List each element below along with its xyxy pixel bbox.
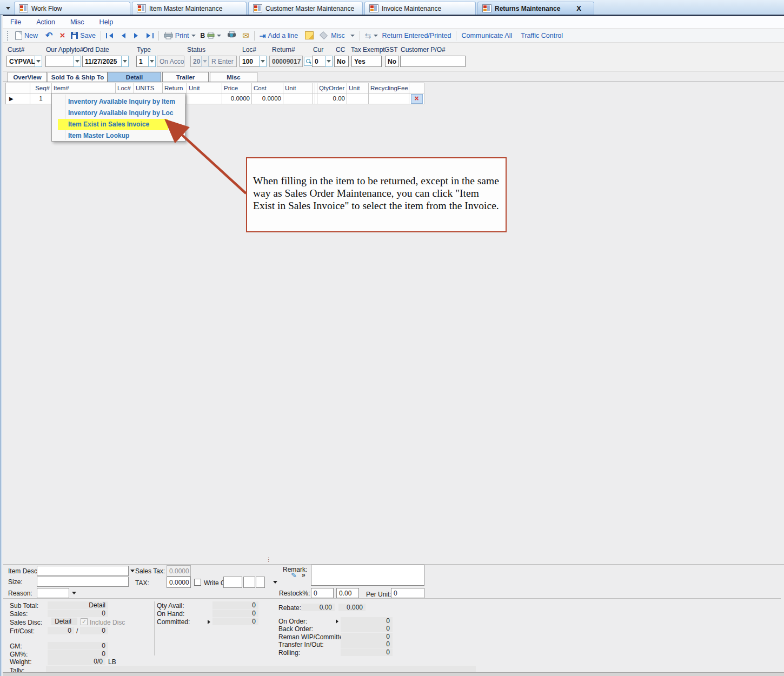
tab-list-dropdown-button[interactable]: [3, 3, 13, 14]
delete-icon[interactable]: ×: [59, 31, 65, 39]
applyto-input[interactable]: [45, 56, 74, 67]
write-off-input-3[interactable]: [256, 577, 265, 588]
col-header-price[interactable]: Price: [222, 83, 252, 93]
first-record-button[interactable]: [106, 33, 113, 38]
col-header-unit[interactable]: Unit: [187, 83, 222, 93]
tax-exempt-input[interactable]: Yes: [351, 56, 382, 67]
email-icon[interactable]: ✉: [242, 32, 249, 39]
applyto-combo-button[interactable]: [74, 56, 81, 67]
close-icon[interactable]: X: [576, 4, 581, 12]
undo-icon[interactable]: ↶: [45, 32, 52, 39]
view-tab-overview[interactable]: OverView: [8, 72, 47, 82]
type-combo-button[interactable]: [148, 56, 156, 67]
restock-amt-input[interactable]: 0.00: [336, 588, 359, 598]
restock-pct-input[interactable]: 0: [311, 588, 334, 598]
cell-unit[interactable]: [187, 93, 222, 104]
cust-combo-button[interactable]: [35, 56, 42, 67]
gst-input[interactable]: No: [385, 56, 399, 67]
col-header-cost[interactable]: Cost: [252, 83, 283, 93]
menu-item-inventory-available-by-item[interactable]: Inventory Available Inquiry by Item: [68, 96, 175, 108]
view-tab-sold-to-ship-to[interactable]: Sold To & Ship To: [48, 72, 108, 82]
tab-work-flow[interactable]: Work Flow: [14, 2, 130, 15]
fax-button[interactable]: [227, 31, 236, 40]
per-unit-input[interactable]: 0: [391, 588, 424, 598]
reason-input[interactable]: [37, 588, 69, 598]
menu-file[interactable]: File: [3, 18, 29, 26]
menu-item-item-exist-in-sales-invoice[interactable]: Item Exist in Sales Invoice: [68, 119, 149, 130]
print-button[interactable]: Print: [164, 32, 196, 39]
drilldown-arrow-icon[interactable]: [336, 619, 341, 624]
cust-input[interactable]: CYPVAL: [6, 56, 35, 67]
tab-invoice-maintenance[interactable]: Invoice Maintenance: [364, 2, 476, 15]
menu-action[interactable]: Action: [29, 18, 63, 26]
splitter-grip-icon[interactable]: ⋮: [266, 557, 271, 563]
col-header-item[interactable]: Item#: [52, 83, 116, 93]
view-tab-detail[interactable]: Detail: [108, 72, 161, 82]
misc-button[interactable]: Misc: [320, 32, 355, 39]
menu-item-item-master-lookup[interactable]: Item Master Lookup: [68, 130, 129, 142]
loc-combo-button[interactable]: [259, 56, 267, 67]
remark-textarea[interactable]: [311, 565, 424, 586]
col-header-loc[interactable]: Loc#: [116, 83, 134, 93]
customer-po-input[interactable]: [400, 56, 466, 67]
col-header-return[interactable]: Return: [163, 83, 187, 93]
expand-chevrons-icon[interactable]: »: [302, 571, 305, 579]
cell-unit2[interactable]: [283, 93, 313, 104]
cur-input[interactable]: 0: [312, 56, 325, 67]
tab-item-master-maintenance[interactable]: Item Master Maintenance: [132, 2, 247, 15]
dropdown-caret-icon[interactable]: [72, 592, 76, 597]
col-header-qtyorder[interactable]: QtyOrder: [317, 83, 347, 93]
dropdown-caret-icon[interactable]: [130, 570, 135, 574]
menu-misc[interactable]: Misc: [63, 18, 92, 26]
cell-seq[interactable]: 1: [30, 93, 52, 104]
sync-button[interactable]: ⇆: [365, 31, 378, 40]
tax-input[interactable]: 0.0000: [167, 577, 191, 588]
return-entered-printed-button[interactable]: Return Entered/Printed: [382, 32, 451, 39]
sales-disc-detail-button[interactable]: Detail: [51, 618, 77, 625]
include-disc-checkbox[interactable]: ✓: [81, 618, 88, 625]
batch-print-button[interactable]: B: [201, 32, 222, 39]
cell-qtyorder[interactable]: 0.00: [317, 93, 347, 104]
view-tab-trailer[interactable]: Trailer: [162, 72, 209, 82]
new-button[interactable]: New: [15, 31, 38, 40]
size-input[interactable]: [37, 577, 129, 587]
sales-label: Sales:: [10, 610, 28, 618]
toolbar: New ↶ × Save Print B ✉ ⇥ Add a: [3, 29, 784, 43]
return-lookup-button[interactable]: [304, 57, 313, 66]
add-line-button[interactable]: ⇥ Add a line: [260, 31, 298, 40]
loc-input[interactable]: 100: [240, 56, 260, 67]
view-tab-misc[interactable]: Misc: [210, 72, 257, 82]
menu-help[interactable]: Help: [92, 18, 121, 26]
cell-unit3[interactable]: [347, 93, 369, 104]
tab-returns-maintenance[interactable]: Returns Maintenance X: [477, 2, 594, 15]
dropdown-caret-icon[interactable]: [273, 581, 277, 586]
delete-row-button[interactable]: ×: [411, 94, 423, 104]
cell-recyclingfee[interactable]: [369, 93, 409, 104]
save-button[interactable]: Save: [71, 32, 96, 39]
cell-price[interactable]: 0.0000: [222, 93, 252, 104]
ord-date-input[interactable]: 11/27/2025: [82, 56, 122, 67]
note-icon[interactable]: [305, 31, 314, 39]
edit-pencil-icon[interactable]: ✎: [291, 571, 297, 579]
col-header-seq[interactable]: Seq#: [30, 83, 52, 93]
col-header-unit2[interactable]: Unit: [283, 83, 313, 93]
previous-record-button[interactable]: [122, 33, 125, 38]
traffic-control-button[interactable]: Traffic Control: [521, 32, 563, 39]
write-off-input-2[interactable]: [243, 577, 255, 588]
communicate-all-button[interactable]: Communicate All: [461, 32, 512, 39]
next-record-button[interactable]: [134, 33, 138, 38]
col-header-recyclingfee[interactable]: RecyclingFee: [369, 83, 409, 93]
last-record-button[interactable]: [147, 33, 154, 38]
col-header-unit3[interactable]: Unit: [347, 83, 369, 93]
item-desc-input[interactable]: [37, 566, 129, 576]
cur-combo-button[interactable]: [325, 56, 333, 67]
drilldown-arrow-icon[interactable]: [208, 620, 212, 624]
cc-input[interactable]: No: [334, 56, 349, 67]
tab-customer-master-maintenance[interactable]: Customer Master Maintenance: [248, 2, 363, 15]
type-input[interactable]: 1: [136, 56, 149, 67]
col-header-units[interactable]: UNITS: [134, 83, 163, 93]
write-off-checkbox[interactable]: [194, 579, 201, 586]
cell-cost[interactable]: 0.0000: [252, 93, 283, 104]
write-off-input-1[interactable]: [223, 577, 242, 588]
ord-date-combo-button[interactable]: [121, 56, 129, 67]
